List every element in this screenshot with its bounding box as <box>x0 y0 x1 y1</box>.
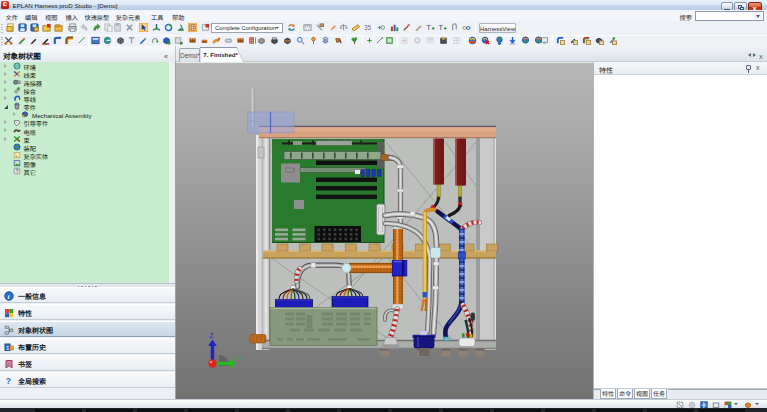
svg-text:Y: Y <box>237 356 242 363</box>
svg-text:?: ? <box>6 376 11 386</box>
svg-text:Z: Z <box>210 332 214 339</box>
svg-text:35: 35 <box>364 24 372 31</box>
svg-text:?: ? <box>15 168 18 174</box>
svg-text:i: i <box>8 293 10 301</box>
svg-text:T: T <box>438 23 443 32</box>
svg-text:T: T <box>426 23 431 32</box>
